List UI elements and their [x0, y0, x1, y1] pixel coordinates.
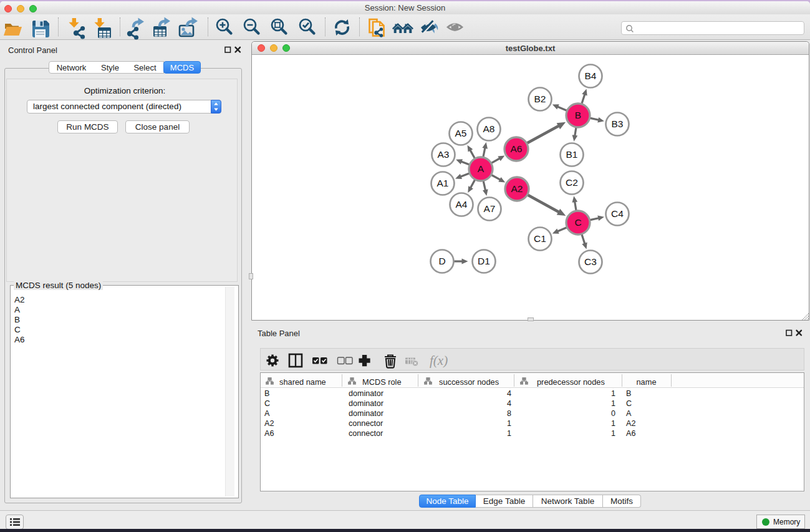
svg-text:C: C — [574, 217, 581, 228]
svg-text:A2: A2 — [511, 183, 523, 194]
svg-text:B3: B3 — [612, 118, 624, 129]
svg-text:A3: A3 — [438, 149, 450, 160]
svg-text:C3: C3 — [584, 256, 597, 267]
svg-text:A5: A5 — [455, 128, 467, 138]
svg-text:A1: A1 — [437, 178, 449, 188]
svg-text:f(x): f(x) — [430, 353, 448, 368]
svg-text:B2: B2 — [534, 94, 546, 104]
svg-text:C4: C4 — [611, 208, 624, 219]
svg-text:D: D — [438, 256, 445, 266]
svg-text:C1: C1 — [534, 233, 546, 244]
svg-text:B1: B1 — [566, 149, 578, 160]
svg-text:A7: A7 — [484, 203, 496, 214]
svg-text:A8: A8 — [483, 123, 495, 134]
svg-text:D1: D1 — [478, 256, 490, 266]
svg-text:C2: C2 — [566, 177, 578, 188]
svg-text:A4: A4 — [456, 199, 468, 210]
svg-text:B4: B4 — [585, 70, 597, 81]
svg-text:A6: A6 — [511, 143, 523, 154]
svg-text:B: B — [575, 110, 581, 120]
svg-text:A: A — [478, 163, 485, 174]
